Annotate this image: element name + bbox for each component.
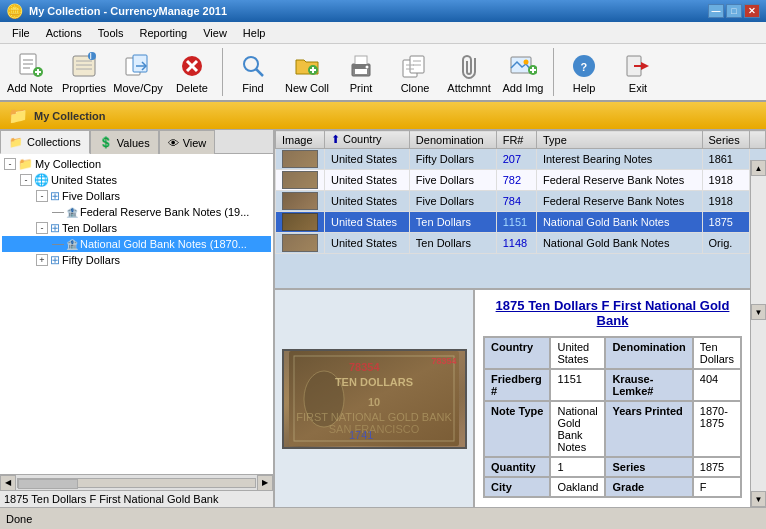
cell-country-3: United States xyxy=(325,212,410,233)
maximize-button[interactable]: □ xyxy=(726,4,742,18)
tree-expand-us[interactable]: - xyxy=(20,174,32,186)
cell-img-1 xyxy=(276,170,325,191)
svg-text:FIRST NATIONAL GOLD BANK: FIRST NATIONAL GOLD BANK xyxy=(296,411,452,423)
scroll-left-arrow[interactable]: ◀ xyxy=(0,475,16,491)
tab-collections[interactable]: 📁 Collections xyxy=(0,130,90,154)
properties-button[interactable]: i Proprties xyxy=(58,46,110,98)
lbl-quantity: Quantity xyxy=(484,457,550,477)
svg-text:1741: 1741 xyxy=(349,429,373,441)
tree-expand-root[interactable]: - xyxy=(4,158,16,170)
menu-view[interactable]: View xyxy=(195,25,235,41)
tree-fifty-icon: ⊞ xyxy=(50,253,60,267)
val-country: United States xyxy=(550,337,605,369)
grid-vscrollbar[interactable]: ▲ ▼ xyxy=(750,160,766,320)
tree-area[interactable]: - 📁 My Collection - 🌐 United States xyxy=(0,154,273,474)
cell-fr-4[interactable]: 1148 xyxy=(496,233,536,254)
values-tab-icon: 💲 xyxy=(99,136,113,149)
grid-row-1[interactable]: United States Five Dollars 782 Federal R… xyxy=(276,170,766,191)
image-panel: 78354 xyxy=(275,290,475,507)
tree-expand-five[interactable]: - xyxy=(36,190,48,202)
left-hscrollbar[interactable]: ◀ ▶ xyxy=(0,474,273,490)
tree-item-ngb[interactable]: — 🏦 National Gold Bank Notes (1870... xyxy=(2,236,271,252)
col-fr[interactable]: FR# xyxy=(496,131,536,149)
new-coll-icon xyxy=(291,50,323,82)
col-denomination[interactable]: Denomination xyxy=(409,131,496,149)
menu-reporting[interactable]: Reporting xyxy=(132,25,196,41)
exit-button[interactable]: Exit xyxy=(612,46,664,98)
add-note-button[interactable]: Add Note xyxy=(4,46,56,98)
view-tab-label: View xyxy=(183,137,207,149)
tree-root-label: My Collection xyxy=(35,158,101,170)
tab-view[interactable]: 👁 View xyxy=(159,130,216,154)
tree-item-root[interactable]: - 📁 My Collection xyxy=(2,156,271,172)
properties-icon: i xyxy=(68,50,100,82)
minimize-button[interactable]: — xyxy=(708,4,724,18)
svg-text:SAN FRANCISCO: SAN FRANCISCO xyxy=(329,423,420,435)
grid-row-4[interactable]: United States Ten Dollars 1148 National … xyxy=(276,233,766,254)
clone-button[interactable]: Clone xyxy=(389,46,441,98)
cell-fr-0[interactable]: 207 xyxy=(496,149,536,170)
tree-ngb-icon: — xyxy=(52,237,64,251)
scroll-down-arrow[interactable]: ▼ xyxy=(751,491,766,507)
cell-denom-3: Ten Dollars xyxy=(409,212,496,233)
cell-series-3: 1875 xyxy=(702,212,749,233)
col-type[interactable]: Type xyxy=(536,131,702,149)
cell-img-2 xyxy=(276,191,325,212)
col-image[interactable]: Image xyxy=(276,131,325,149)
collections-tab-label: Collections xyxy=(27,136,81,148)
tree-expand-ten[interactable]: - xyxy=(36,222,48,234)
val-grade: F xyxy=(693,477,741,497)
tab-values[interactable]: 💲 Values xyxy=(90,130,159,154)
cell-fr-3[interactable]: 1151 xyxy=(496,212,536,233)
print-button[interactable]: Print xyxy=(335,46,387,98)
new-coll-label: New Coll xyxy=(285,82,329,94)
menu-tools[interactable]: Tools xyxy=(90,25,132,41)
add-img-icon xyxy=(507,50,539,82)
detail-title: 1875 Ten Dollars F First National Gold B… xyxy=(483,298,742,328)
menu-file[interactable]: File xyxy=(4,25,38,41)
print-label: Print xyxy=(350,82,373,94)
move-copy-button[interactable]: Move/Cpy xyxy=(112,46,164,98)
attachment-button[interactable]: Attchmnt xyxy=(443,46,495,98)
add-img-button[interactable]: Add Img xyxy=(497,46,549,98)
right-vscrollbar[interactable]: ▲ ▼ xyxy=(750,290,766,507)
left-panel-inner: - 📁 My Collection - 🌐 United States xyxy=(0,154,273,474)
val-krause: 404 xyxy=(693,369,741,401)
banknote-image: 78354 xyxy=(282,349,467,449)
tree-item-five[interactable]: - ⊞ Five Dollars xyxy=(2,188,271,204)
find-button[interactable]: Find xyxy=(227,46,279,98)
tree-item-us[interactable]: - 🌐 United States xyxy=(2,172,271,188)
close-button[interactable]: ✕ xyxy=(744,4,760,18)
cell-fr-2[interactable]: 784 xyxy=(496,191,536,212)
delete-button[interactable]: Delete xyxy=(166,46,218,98)
grid-scroll-down[interactable]: ▼ xyxy=(751,304,766,320)
grid-row-0[interactable]: United States Fifty Dollars 207 Interest… xyxy=(276,149,766,170)
svg-text:i: i xyxy=(90,52,92,61)
scroll-track[interactable] xyxy=(17,478,256,488)
grid-scroll-up[interactable]: ▲ xyxy=(751,160,766,176)
scroll-right-arrow[interactable]: ▶ xyxy=(257,475,273,491)
tree-item-frb[interactable]: — 🏦 Federal Reserve Bank Notes (19... xyxy=(2,204,271,220)
col-series[interactable]: Series xyxy=(702,131,749,149)
menu-help[interactable]: Help xyxy=(235,25,274,41)
lbl-country: Country xyxy=(484,337,550,369)
menu-actions[interactable]: Actions xyxy=(38,25,90,41)
collections-tab-icon: 📁 xyxy=(9,136,23,149)
tree-frb-icon: — xyxy=(52,205,64,219)
scroll-track-v[interactable] xyxy=(751,306,766,491)
tree-expand-fifty[interactable]: + xyxy=(36,254,48,266)
tree-five-label: Five Dollars xyxy=(62,190,120,202)
grid-row-2[interactable]: United States Five Dollars 784 Federal R… xyxy=(276,191,766,212)
tree-item-ten[interactable]: - ⊞ Ten Dollars xyxy=(2,220,271,236)
scroll-thumb[interactable] xyxy=(18,479,78,489)
tree-item-fifty[interactable]: + ⊞ Fifty Dollars xyxy=(2,252,271,268)
data-grid[interactable]: Image ⬆ Country Denomination FR# Type Se… xyxy=(275,130,766,290)
item-status-text: 1875 Ten Dollars F First National Gold B… xyxy=(4,493,218,505)
cell-fr-1[interactable]: 782 xyxy=(496,170,536,191)
title-controls: — □ ✕ xyxy=(708,4,760,18)
help-button[interactable]: ? Help xyxy=(558,46,610,98)
banknote-serial-top: 78354 xyxy=(431,356,456,366)
grid-row-3[interactable]: United States Ten Dollars 1151 National … xyxy=(276,212,766,233)
col-country[interactable]: ⬆ Country xyxy=(325,131,410,149)
new-coll-button[interactable]: New Coll xyxy=(281,46,333,98)
